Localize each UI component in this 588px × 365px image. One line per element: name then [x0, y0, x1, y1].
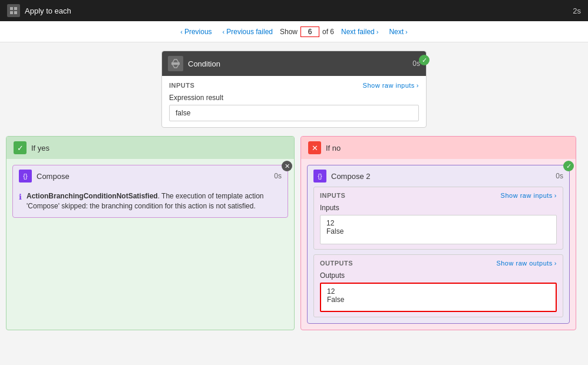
compose2-show-raw-button[interactable]: Show raw inputs ›: [501, 192, 557, 199]
top-bar: Apply to each 2s: [0, 0, 588, 21]
compose2-outputs-label: OUTPUTS: [320, 260, 353, 267]
compose2-show-raw-outputs-button[interactable]: Show raw outputs ›: [496, 260, 557, 267]
previous-failed-label: Previous failed: [226, 28, 273, 36]
condition-header: Condition 0s: [162, 51, 426, 76]
compose-time: 0s: [274, 172, 282, 180]
branch-no: ✕ If no ✓ {} Compose 2 0s INPUTS: [300, 136, 576, 330]
app-icon: [7, 4, 20, 17]
branch-no-header-left: ✕ If no: [308, 141, 341, 154]
compose2-inputs-value: 12False: [320, 215, 557, 244]
info-icon: ℹ: [19, 192, 22, 211]
compose2-header: {} Compose 2 0s: [308, 165, 569, 187]
show-box: Show of 6: [280, 26, 334, 37]
compose2-block: ✓ {} Compose 2 0s INPUTS Show raw inputs…: [307, 165, 570, 324]
svg-rect-3: [14, 11, 17, 14]
chevron-right-icon-2: ›: [405, 28, 408, 35]
chevron-right-icon: ›: [376, 28, 379, 35]
compose-header-left: {} Compose: [19, 170, 70, 182]
previous-failed-button[interactable]: ‹ Previous failed: [219, 25, 276, 38]
inputs-header: INPUTS Show raw inputs ›: [169, 82, 419, 89]
no-icon: ✕: [308, 141, 321, 154]
compose2-chevron-right: ›: [554, 192, 557, 199]
inputs-label: INPUTS: [169, 82, 194, 89]
branch-no-title: If no: [326, 144, 341, 152]
show-label: Show: [280, 28, 298, 36]
main-content: Condition 0s ✓ INPUTS Show raw inputs › …: [0, 42, 588, 365]
branch-yes-title: If yes: [31, 144, 49, 152]
compose-icon: {}: [19, 170, 32, 182]
branch-no-header: ✕ If no: [301, 137, 576, 159]
chevron-left-icon: ‹: [180, 28, 183, 35]
yes-icon: ✓: [14, 141, 27, 154]
of-label: of 6: [322, 28, 334, 36]
compose2-time: 0s: [556, 172, 563, 180]
next-failed-label: Next failed: [341, 28, 375, 36]
chevron-left-icon-2: ‹: [223, 28, 225, 35]
compose2-show-raw-outputs-label: Show raw outputs: [496, 260, 552, 267]
show-raw-label: Show raw inputs: [363, 82, 415, 89]
nav-bar: ‹ Previous ‹ Previous failed Show of 6 N…: [0, 21, 588, 42]
next-label: Next: [389, 28, 404, 36]
compose2-outputs-field-label: Outputs: [320, 271, 557, 280]
compose2-inputs-section: INPUTS Show raw inputs › Inputs 12False: [313, 187, 563, 250]
compose2-header-left: {} Compose 2: [313, 170, 370, 182]
condition-icon: [168, 56, 183, 71]
compose-error-bold: ActionBranching​ConditionNotSatisfied: [27, 192, 158, 200]
condition-success-badge: ✓: [419, 55, 430, 65]
compose-title: Compose: [37, 172, 70, 181]
compose2-outputs-chevron: ›: [554, 260, 557, 267]
compose-close-icon[interactable]: ✕: [282, 161, 292, 171]
top-bar-title: Apply to each: [25, 6, 71, 15]
compose2-outputs-header: OUTPUTS Show raw outputs ›: [320, 260, 557, 267]
condition-inputs-section: INPUTS Show raw inputs › Expression resu…: [162, 76, 426, 127]
branch-yes-header: ✓ If yes: [6, 137, 294, 159]
condition-header-left: Condition: [168, 56, 220, 71]
compose2-title: Compose 2: [331, 172, 370, 181]
condition-title: Condition: [188, 59, 220, 68]
top-bar-time: 2s: [573, 6, 581, 15]
show-raw-inputs-button[interactable]: Show raw inputs ›: [363, 82, 419, 89]
compose2-inputs-label: INPUTS: [320, 192, 345, 199]
previous-button[interactable]: ‹ Previous: [177, 25, 215, 38]
top-bar-left: Apply to each: [7, 4, 71, 17]
compose2-icon: {}: [313, 170, 326, 182]
svg-rect-0: [10, 7, 13, 10]
expr-label: Expression result: [169, 94, 419, 102]
previous-label: Previous: [184, 28, 212, 36]
condition-block: Condition 0s ✓ INPUTS Show raw inputs › …: [161, 51, 427, 128]
compose2-inputs-field-label: Inputs: [320, 204, 557, 212]
svg-rect-1: [14, 7, 17, 10]
branches-row: ✓ If yes ✕ {} Compose 0s ℹ ActionBranchi…: [6, 136, 583, 330]
compose2-outputs-section: OUTPUTS Show raw outputs › Outputs 12Fal…: [313, 254, 563, 317]
compose2-success-badge: ✓: [563, 161, 574, 171]
branch-yes: ✓ If yes ✕ {} Compose 0s ℹ ActionBranchi…: [6, 136, 295, 330]
show-input[interactable]: [300, 26, 319, 37]
compose-header: {} Compose 0s: [13, 165, 288, 187]
compose-block: ✕ {} Compose 0s ℹ ActionBranching​Condit…: [12, 165, 288, 218]
compose2-show-raw-label: Show raw inputs: [501, 192, 553, 199]
compose-error-msg: ℹ ActionBranching​ConditionNotSatisfied.…: [13, 187, 288, 217]
expr-value: false: [169, 105, 419, 121]
next-button[interactable]: Next ›: [385, 25, 411, 38]
compose2-inputs-header: INPUTS Show raw inputs ›: [320, 192, 557, 199]
compose2-outputs-value: 12False: [320, 283, 557, 312]
svg-rect-2: [10, 11, 13, 14]
next-failed-button[interactable]: Next failed ›: [338, 25, 382, 38]
chevron-right-icon-raw: ›: [417, 82, 419, 89]
compose-error-text: ActionBranching​ConditionNotSatisfied. T…: [27, 191, 282, 211]
